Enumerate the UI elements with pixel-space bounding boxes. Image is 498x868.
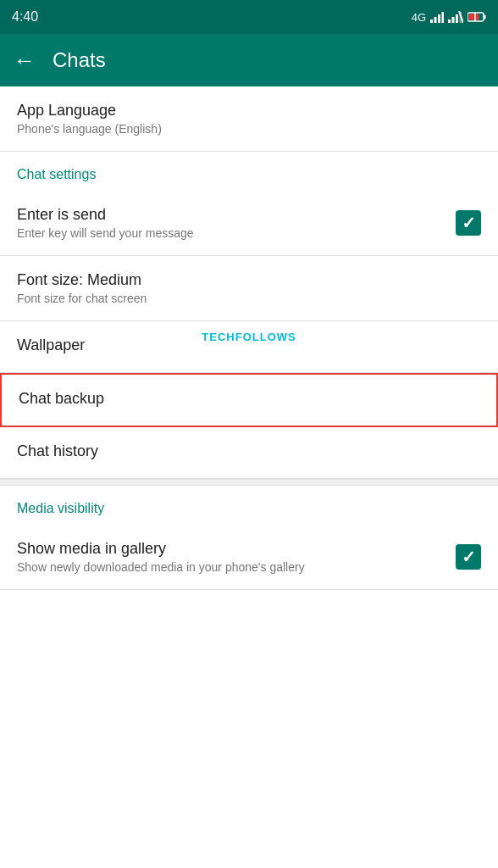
svg-rect-0 <box>430 19 433 23</box>
wallpaper-item[interactable]: Wallpaper <box>0 321 498 373</box>
svg-rect-6 <box>456 14 458 23</box>
chat-backup-title: Chat backup <box>19 390 479 408</box>
show-media-gallery-item[interactable]: Show media in gallery Show newly downloa… <box>0 525 498 590</box>
svg-rect-10 <box>484 15 486 19</box>
battery-icon <box>468 11 486 23</box>
show-media-subtitle: Show newly downloaded media in your phon… <box>17 560 456 574</box>
section-divider <box>0 479 498 486</box>
chat-backup-item[interactable]: Chat backup <box>0 373 498 427</box>
app-language-title: App Language <box>17 102 481 120</box>
enter-is-send-check-icon: ✓ <box>462 213 476 233</box>
back-button[interactable]: ← <box>14 49 36 71</box>
svg-rect-11 <box>469 14 479 20</box>
chat-history-item[interactable]: Chat history <box>0 427 498 479</box>
media-visibility-section-header: Media visibility <box>0 486 498 525</box>
network-label: 4G <box>412 11 426 24</box>
svg-rect-3 <box>442 12 445 23</box>
show-media-check-icon: ✓ <box>462 547 476 567</box>
enter-is-send-checkbox[interactable]: ✓ <box>456 210 481 236</box>
chat-history-title: Chat history <box>17 442 481 460</box>
toolbar: ← Chats <box>0 34 498 86</box>
svg-rect-4 <box>448 19 451 23</box>
show-media-title: Show media in gallery <box>17 540 456 558</box>
status-time: 4:40 <box>12 9 38 25</box>
app-language-subtitle: Phone's language (English) <box>17 122 481 136</box>
font-size-item[interactable]: Font size: Medium Font size for chat scr… <box>0 256 498 321</box>
svg-rect-1 <box>434 17 437 23</box>
show-media-checkbox[interactable]: ✓ <box>456 544 481 570</box>
status-icons: 4G <box>412 11 486 24</box>
page-title: Chats <box>53 48 106 72</box>
svg-rect-2 <box>438 14 440 23</box>
signal-icon-2 <box>448 11 463 23</box>
wallpaper-title: Wallpaper <box>17 337 481 354</box>
font-size-title: Font size: Medium <box>17 271 481 289</box>
media-visibility-title: Media visibility <box>17 501 481 516</box>
enter-is-send-item[interactable]: Enter is send Enter key will send your m… <box>0 191 498 256</box>
app-language-item[interactable]: App Language Phone's language (English) <box>0 86 498 152</box>
chat-settings-section-header: Chat settings <box>0 152 498 191</box>
enter-is-send-title: Enter is send <box>17 206 456 224</box>
chat-settings-title: Chat settings <box>17 167 481 182</box>
signal-icon-1 <box>430 11 444 23</box>
svg-rect-5 <box>452 17 455 23</box>
status-bar: 4:40 4G <box>0 0 498 34</box>
settings-content: App Language Phone's language (English) … <box>0 86 498 590</box>
font-size-subtitle: Font size for chat screen <box>17 292 481 305</box>
enter-is-send-subtitle: Enter key will send your message <box>17 226 456 240</box>
